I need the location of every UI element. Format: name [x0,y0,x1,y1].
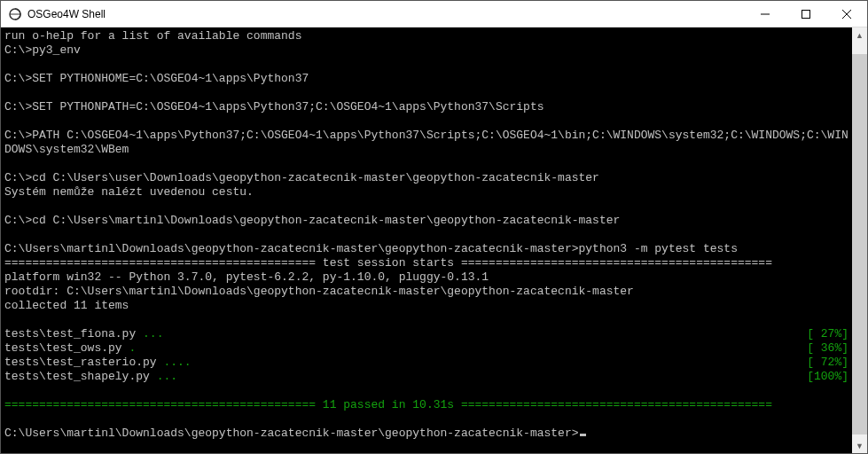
app-window: OSGeo4W Shell run o-help for a list of a… [0,0,868,454]
console-line: Systém nemůže nalézt uvedenou cestu. [4,185,848,200]
cursor [580,434,586,436]
console-line [4,58,848,72]
pytest-test-row: tests\test_ows.py .[ 36%] [4,341,848,356]
content-area: run o-help for a list of available comma… [1,27,867,453]
pytest-test-row: tests\test_shapely.py ...[100%] [4,370,848,384]
scroll-down-button[interactable]: ▼ [852,438,867,453]
pytest-info-line: collected 11 items [4,299,848,313]
test-file-name: tests\test_fiona.py [4,327,143,340]
test-percentage: [ 72%] [807,356,848,370]
test-dots: ... [157,370,177,383]
console-line [4,157,848,171]
pytest-summary-line: ========================================… [4,398,848,412]
console-line [4,114,848,129]
app-icon [8,7,22,21]
test-file-label: tests\test_fiona.py ... [4,327,807,341]
console-line: C:\>SET PYTHONPATH=C:\OSGEO4~1\apps\Pyth… [4,100,848,114]
console-line [4,86,848,100]
pytest-test-row: tests\test_fiona.py ...[ 27%] [4,327,848,341]
console-line: C:\>PATH C:\OSGEO4~1\apps\Python37;C:\OS… [4,129,848,157]
console-line [4,200,848,214]
blank-line [4,313,848,327]
console-line [4,228,848,242]
vertical-scrollbar[interactable]: ▲ ▼ [852,27,867,453]
pytest-test-row: tests\test_rasterio.py ....[ 72%] [4,356,848,370]
test-file-name: tests\test_shapely.py [4,370,157,383]
test-percentage: [ 27%] [807,327,848,341]
prompt-text: C:\Users\martinl\Downloads\geopython-zac… [4,427,579,440]
test-percentage: [ 36%] [807,341,848,356]
scroll-thumb[interactable] [852,54,867,434]
minimize-button[interactable] [745,1,786,27]
console-line: run o-help for a list of available comma… [4,29,848,43]
window-title: OSGeo4W Shell [27,8,106,20]
console-line: C:\>cd C:\Users\martinl\Downloads\geopyt… [4,214,848,228]
test-file-label: tests\test_rasterio.py .... [4,356,807,370]
console-line: C:\>SET PYTHONHOME=C:\OSGEO4~1\apps\Pyth… [4,72,848,86]
test-file-label: tests\test_ows.py . [4,341,807,356]
pytest-info-line: rootdir: C:\Users\martinl\Downloads\geop… [4,285,848,299]
svg-rect-3 [802,10,810,18]
console-output[interactable]: run o-help for a list of available comma… [1,27,852,453]
console-line: C:\>py3_env [4,43,848,58]
console-line: C:\Users\martinl\Downloads\geopython-zac… [4,242,848,256]
scroll-track[interactable] [852,43,867,438]
prompt-line[interactable]: C:\Users\martinl\Downloads\geopython-zac… [4,427,848,441]
blank-line [4,412,848,427]
titlebar[interactable]: OSGeo4W Shell [1,1,867,27]
maximize-button[interactable] [786,1,826,27]
test-file-label: tests\test_shapely.py ... [4,370,807,384]
console-line: C:\>cd C:\Users\user\Downloads\geopython… [4,171,848,185]
test-file-name: tests\test_ows.py [4,341,129,355]
close-button[interactable] [826,1,867,27]
pytest-info-line: platform win32 -- Python 3.7.0, pytest-6… [4,270,848,285]
test-dots: . [129,341,136,355]
scroll-up-button[interactable]: ▲ [852,27,867,43]
pytest-session-header: ========================================… [4,256,848,270]
blank-line [4,384,848,398]
test-file-name: tests\test_rasterio.py [4,356,163,369]
test-dots: ... [143,327,163,340]
test-dots: .... [163,356,191,369]
test-percentage: [100%] [807,370,848,384]
